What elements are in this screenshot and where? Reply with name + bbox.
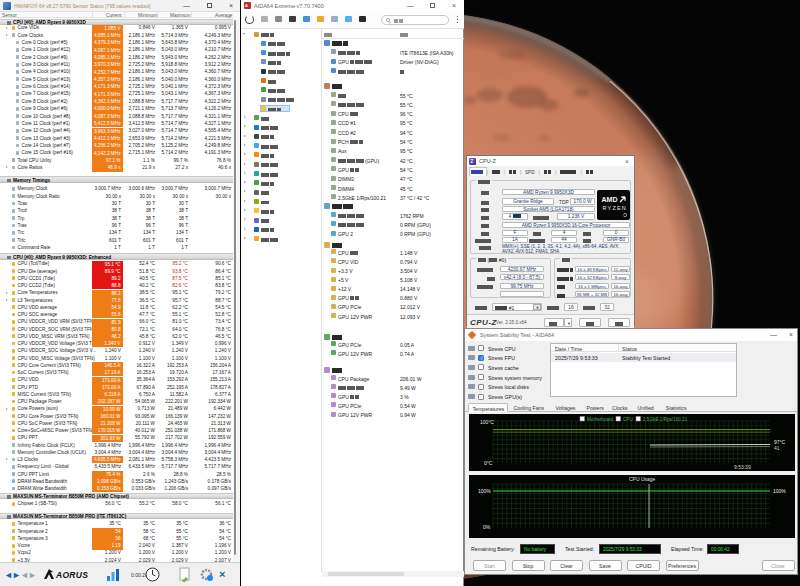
svg-text:100%: 100% bbox=[478, 488, 491, 494]
svg-text:CPU: CPU bbox=[623, 417, 633, 422]
svg-text:Motherboard: Motherboard bbox=[587, 417, 613, 422]
svg-text:100°C: 100°C bbox=[480, 419, 494, 425]
svg-text:9:53:39: 9:53:39 bbox=[734, 464, 751, 470]
svg-text:CPU Usage: CPU Usage bbox=[629, 476, 656, 482]
svg-text:0°C: 0°C bbox=[484, 460, 493, 466]
svg-text:100%: 100% bbox=[773, 488, 786, 494]
svg-text:0%: 0% bbox=[483, 524, 491, 530]
svg-text:41: 41 bbox=[774, 445, 780, 451]
svg-text:2.5GbE 1/Rps/100.21: 2.5GbE 1/Rps/100.21 bbox=[643, 417, 688, 422]
